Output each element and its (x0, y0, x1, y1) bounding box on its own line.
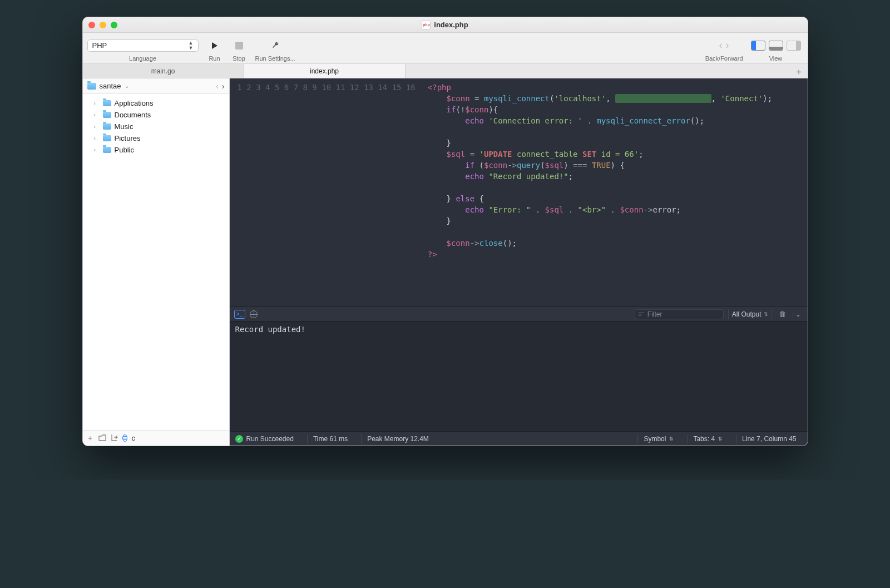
sidebar-item-label: Public (115, 146, 134, 154)
editor-area: 1 2 3 4 5 6 7 8 9 10 11 12 13 14 15 16 <… (230, 78, 808, 446)
close-window-button[interactable] (88, 22, 95, 28)
run-settings-label: Run Settings... (255, 55, 295, 62)
tab-other-file-label: main.go (151, 67, 175, 75)
forward-icon[interactable]: › (726, 39, 729, 51)
console-filter-input[interactable]: Filter (635, 309, 724, 319)
sidebar-item-label: Documents (115, 111, 151, 119)
disclosure-icon: › (94, 123, 100, 130)
sidebar-breadcrumb[interactable]: santae ⌄ ‹ › (83, 78, 229, 94)
play-icon (210, 41, 219, 50)
sidebar-footer: ＋ ✕ (83, 430, 229, 446)
tab-bar-empty: ＋ (406, 64, 808, 78)
back-forward-label: Back/Forward (705, 55, 743, 62)
folder-icon (103, 100, 111, 106)
sidebar-item[interactable]: ›Documents (83, 109, 229, 121)
console-output-select-value: All Output (732, 310, 762, 318)
language-label: Language (129, 55, 156, 62)
tab-other-file[interactable]: main.go (83, 64, 244, 78)
app-window: php index.php PHP ▲▼ Language Run Stop (82, 17, 808, 446)
folder-icon (103, 147, 111, 153)
window-title-text: index.php (434, 21, 468, 29)
tabs-row: main.go index.php ＋ (83, 64, 808, 78)
sidebar-item[interactable]: ›Applications (83, 97, 229, 109)
view-label: View (769, 55, 783, 62)
sidebar-filter-input[interactable] (132, 434, 225, 442)
console-toolbar: >_ Filter All Output ⇅ (230, 307, 808, 322)
web-icon[interactable] (250, 310, 258, 318)
sidebar-item-label: Applications (115, 99, 154, 107)
disclosure-icon: › (94, 147, 100, 153)
sidebar-item-label: Pictures (115, 134, 141, 142)
status-symbol-label: Symbol (644, 435, 666, 443)
minimize-window-button[interactable] (100, 22, 106, 28)
filter-lines-icon (639, 313, 644, 315)
stop-icon (235, 42, 243, 50)
language-select[interactable]: PHP ▲▼ (87, 39, 199, 52)
tab-active-file-label: index.php (310, 67, 339, 75)
sidebar-item[interactable]: ›Music (83, 121, 229, 132)
chevron-updown-icon: ⇅ (764, 312, 768, 317)
stop-label: Stop (233, 55, 245, 62)
home-folder-icon (87, 83, 96, 90)
line-number-gutter: 1 2 3 4 5 6 7 8 9 10 11 12 13 14 15 16 (230, 78, 421, 307)
folder-icon (103, 123, 111, 130)
import-button[interactable] (111, 434, 118, 443)
php-file-icon: php (422, 21, 431, 29)
console-output-text: Record updated! (235, 325, 305, 334)
language-select-value: PHP (92, 41, 107, 50)
svg-rect-0 (235, 42, 243, 50)
back-icon[interactable]: ‹ (719, 39, 723, 51)
code-content[interactable]: <?php $conn = mysqli_connect('localhost'… (421, 78, 808, 307)
status-tabs-select[interactable]: Tabs: 4 ⇅ (687, 434, 728, 443)
new-folder-button[interactable] (98, 434, 106, 443)
filter-icon[interactable] (122, 434, 127, 442)
new-tab-button[interactable]: ＋ (794, 66, 803, 78)
stop-button[interactable] (231, 37, 248, 54)
sidebar-forward-button[interactable]: › (222, 82, 225, 91)
titlebar: php index.php (83, 17, 808, 33)
disclosure-icon: › (94, 135, 100, 141)
sidebar-item-label: Music (115, 122, 134, 131)
folder-icon (103, 112, 111, 118)
code-editor[interactable]: 1 2 3 4 5 6 7 8 9 10 11 12 13 14 15 16 <… (230, 78, 808, 307)
clear-console-button[interactable]: 🗑 (777, 310, 788, 318)
sidebar-item[interactable]: ›Public (83, 144, 229, 156)
sidebar-item[interactable]: ›Pictures (83, 132, 229, 144)
view-left-panel-icon[interactable] (751, 41, 765, 51)
status-time: Time 61 ms (313, 435, 348, 443)
run-button[interactable] (206, 37, 223, 54)
chevron-updown-icon: ▲▼ (189, 41, 194, 51)
toolbar: PHP ▲▼ Language Run Stop Run Settings... (83, 33, 808, 64)
run-settings-button[interactable] (267, 37, 284, 54)
console-menu-button[interactable]: ⌄ (793, 310, 803, 318)
console-filter-placeholder: Filter (647, 310, 662, 318)
wrench-icon (271, 41, 280, 50)
sidebar-back-button[interactable]: ‹ (216, 82, 219, 91)
disclosure-icon: › (94, 112, 100, 118)
chevron-down-icon: ⌄ (125, 83, 129, 89)
status-bar: ✓ Run Succeeded Time 61 ms Peak Memory 1… (230, 431, 808, 446)
file-browser-sidebar: santae ⌄ ‹ › ›Applications›Documents›Mus… (83, 78, 230, 446)
maximize-window-button[interactable] (111, 22, 117, 28)
run-label: Run (209, 55, 220, 62)
console-output-select[interactable]: All Output ⇅ (728, 309, 772, 319)
view-bottom-panel-icon[interactable] (769, 41, 783, 51)
disclosure-icon: › (94, 100, 100, 106)
status-tabs-label: Tabs: 4 (693, 435, 715, 443)
console-panel: >_ Filter All Output ⇅ (230, 307, 808, 446)
status-cursor: Line 7, Column 45 (742, 435, 796, 443)
chevron-updown-icon: ⇅ (669, 436, 674, 442)
view-right-panel-icon[interactable] (787, 41, 801, 51)
back-forward-buttons[interactable]: ‹ › (719, 37, 729, 54)
view-toggle[interactable] (751, 37, 801, 54)
chevron-updown-icon: ⇅ (718, 436, 723, 442)
status-memory: Peak Memory 12.4M (367, 435, 429, 443)
folder-icon (103, 135, 111, 141)
console-output: Record updated! (230, 322, 808, 431)
terminal-icon[interactable]: >_ (234, 310, 245, 319)
window-controls (88, 22, 117, 28)
status-symbol-select[interactable]: Symbol ⇅ (637, 434, 679, 443)
add-file-button[interactable]: ＋ (86, 433, 94, 443)
tab-active-file[interactable]: index.php (244, 64, 406, 78)
sidebar-tree: ›Applications›Documents›Music›Pictures›P… (83, 94, 229, 430)
